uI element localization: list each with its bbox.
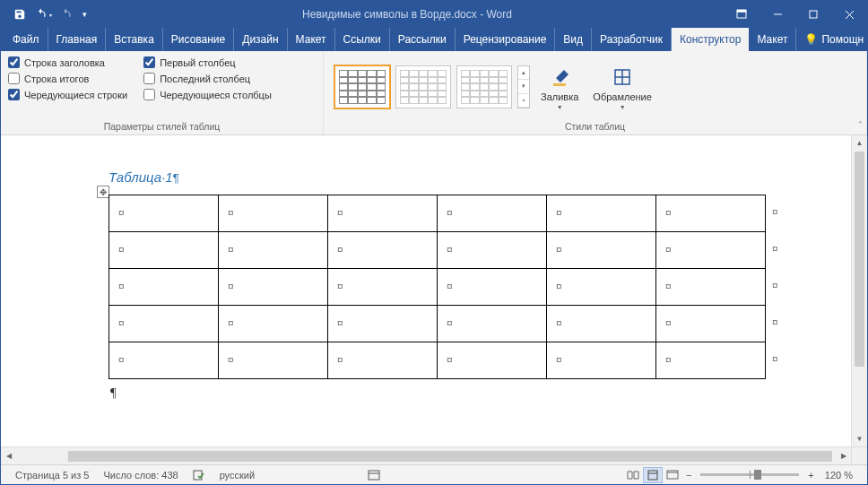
ribbon-display-options[interactable] — [724, 1, 760, 28]
scroll-right[interactable]: ▶ — [836, 452, 851, 460]
table-cell[interactable]: ¤ — [109, 306, 219, 342]
status-word-count[interactable]: Число слов: 438 — [96, 470, 185, 481]
scroll-down[interactable]: ▼ — [852, 431, 867, 446]
minimize-button[interactable] — [760, 1, 795, 28]
shading-button[interactable]: Заливка ▼ — [534, 61, 586, 114]
table-cell[interactable]: ¤ — [547, 232, 656, 269]
qat-customize[interactable]: ▾ — [78, 3, 91, 26]
tab-references[interactable]: Ссылки — [335, 28, 390, 51]
table-cell[interactable]: ¤ — [547, 269, 656, 306]
vertical-scrollbar[interactable]: ▲ ▼ — [851, 135, 867, 446]
check-banded-cols[interactable]: Чередующиеся столбцы — [143, 89, 272, 100]
zoom-in[interactable]: + — [804, 470, 817, 481]
page: Таблица·1¶ ✥ ¤¤¤¤¤¤¤¤¤¤¤¤¤¤¤¤¤¤¤¤¤¤¤¤¤¤¤… — [12, 135, 851, 446]
tab-developer[interactable]: Разработчик — [592, 28, 672, 51]
table-style-plain1[interactable] — [395, 65, 451, 108]
maximize-button[interactable] — [795, 1, 831, 28]
table-cell[interactable]: ¤ — [438, 232, 547, 269]
table-cell[interactable]: ¤ — [656, 195, 766, 232]
undo-button[interactable]: ▾ — [31, 3, 55, 26]
tab-design[interactable]: Дизайн — [234, 28, 287, 51]
tab-layout[interactable]: Макет — [288, 28, 335, 51]
table-style-grid[interactable] — [334, 65, 390, 108]
table-cell[interactable]: ¤ — [328, 195, 438, 232]
group-label-options: Параметры стилей таблиц — [1, 119, 323, 134]
check-first-col[interactable]: Первый столбец — [143, 56, 272, 68]
tab-help[interactable]: 💡Помощн — [796, 28, 868, 51]
tab-view[interactable]: Вид — [555, 28, 592, 51]
zoom-slider[interactable] — [700, 473, 799, 476]
table-cell[interactable]: ¤ — [109, 269, 219, 306]
status-spellcheck[interactable] — [186, 469, 213, 481]
document-area[interactable]: Таблица·1¶ ✥ ¤¤¤¤¤¤¤¤¤¤¤¤¤¤¤¤¤¤¤¤¤¤¤¤¤¤¤… — [1, 135, 851, 446]
table-cell[interactable]: ¤ — [656, 232, 766, 269]
table-cell[interactable]: ¤ — [438, 306, 547, 342]
status-macro[interactable] — [360, 470, 387, 481]
lightbulb-icon: 💡 — [804, 33, 818, 46]
window-controls — [724, 1, 867, 28]
ribbon-collapse[interactable]: ˆ — [859, 121, 862, 131]
tab-file[interactable]: Файл — [4, 28, 48, 51]
table-styles-gallery[interactable]: ▴▾▪ — [331, 60, 534, 114]
table-cell[interactable]: ¤ — [219, 232, 328, 269]
close-button[interactable] — [831, 1, 867, 28]
check-last-col[interactable]: Последний столбец — [143, 73, 272, 84]
table-cell[interactable]: ¤ — [547, 306, 656, 342]
check-banded-rows[interactable]: Чередующиеся строки — [8, 89, 127, 100]
table-cell[interactable]: ¤ — [328, 306, 438, 342]
tab-home[interactable]: Главная — [48, 28, 107, 51]
check-header-row[interactable]: Строка заголовка — [8, 56, 127, 68]
tab-table-design[interactable]: Конструктор — [672, 28, 749, 51]
table-cell[interactable]: ¤ — [656, 342, 766, 379]
tab-review[interactable]: Рецензирование — [456, 28, 556, 51]
table-cell[interactable]: ¤ — [328, 269, 438, 306]
vscroll-thumb[interactable] — [855, 152, 864, 367]
zoom-out[interactable]: − — [682, 470, 695, 481]
ribbon-group-table-styles: ▴▾▪ Заливка ▼ Обрамление ▼ Стили таблиц — [324, 51, 867, 134]
table-cell[interactable]: ¤ — [438, 269, 547, 306]
table-cell[interactable]: ¤ — [328, 342, 438, 379]
scroll-up[interactable]: ▲ — [852, 135, 867, 151]
table-cell[interactable]: ¤ — [219, 195, 328, 232]
table-cell[interactable]: ¤ — [547, 195, 656, 232]
table-cell[interactable]: ¤ — [109, 195, 219, 232]
status-language[interactable]: русский — [213, 470, 262, 481]
table-cell[interactable]: ¤ — [438, 342, 547, 379]
view-read-mode[interactable] — [623, 467, 643, 483]
table-style-plain2[interactable] — [456, 65, 512, 108]
tab-mailings[interactable]: Рассылки — [390, 28, 456, 51]
redo-button[interactable] — [55, 3, 78, 26]
check-total-row[interactable]: Строка итогов — [8, 73, 127, 84]
row-end-mark: ¤ — [772, 205, 778, 220]
table-cell[interactable]: ¤ — [547, 342, 656, 379]
table-cell[interactable]: ¤ — [438, 195, 547, 232]
view-print-layout[interactable] — [643, 467, 663, 483]
gallery-expand[interactable]: ▴▾▪ — [517, 65, 530, 108]
paragraph-mark: ¶ — [110, 385, 117, 401]
table-cell[interactable]: ¤ — [656, 306, 766, 342]
table-cell[interactable]: ¤ — [328, 232, 438, 269]
quick-access-toolbar: ▾ ▾ — [1, 3, 91, 26]
table-cell[interactable]: ¤ — [219, 269, 328, 306]
table-cell[interactable]: ¤ — [109, 232, 219, 269]
table-cell[interactable]: ¤ — [219, 342, 328, 379]
view-web-layout[interactable] — [663, 467, 682, 483]
zoom-thumb[interactable] — [754, 470, 761, 480]
status-page[interactable]: Страница 5 из 5 — [8, 470, 96, 481]
tab-insert[interactable]: Вставка — [106, 28, 163, 51]
tab-draw[interactable]: Рисование — [163, 28, 234, 51]
hscroll-thumb[interactable] — [68, 451, 832, 462]
zoom-level[interactable]: 120 % — [818, 470, 860, 481]
document-table[interactable]: ¤¤¤¤¤¤¤¤¤¤¤¤¤¤¤¤¤¤¤¤¤¤¤¤¤¤¤¤¤¤ — [108, 195, 766, 379]
horizontal-scrollbar[interactable]: ◀ ▶ — [1, 446, 851, 464]
scroll-corner — [851, 446, 867, 464]
table-cell[interactable]: ¤ — [219, 306, 328, 342]
bucket-icon — [547, 65, 572, 90]
table-cell[interactable]: ¤ — [109, 342, 219, 379]
save-button[interactable] — [8, 3, 31, 26]
table-cell[interactable]: ¤ — [656, 269, 766, 306]
table-move-handle[interactable]: ✥ — [97, 186, 109, 198]
tab-table-layout[interactable]: Макет — [749, 28, 796, 51]
scroll-left[interactable]: ◀ — [1, 452, 16, 460]
borders-button[interactable]: Обрамление ▼ — [586, 61, 659, 114]
